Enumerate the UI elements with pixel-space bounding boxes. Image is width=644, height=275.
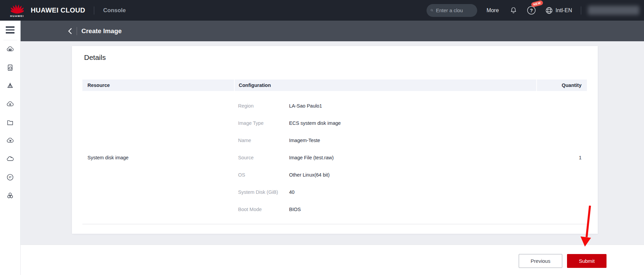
page-title: Create Image (81, 27, 122, 35)
pyramid-icon (6, 82, 14, 90)
sidebar-item-cloud-pointer[interactable] (6, 137, 14, 145)
brand-title: HUAWEI CLOUD (31, 6, 85, 14)
quantity-cell: 1 (536, 91, 587, 224)
config-row-os: OS Other Linux(64 bit) (238, 166, 536, 183)
config-value: ECS system disk image (289, 120, 341, 126)
details-table: Resource Configuration Quantity System d… (82, 79, 587, 224)
sidebar-item-eip[interactable]: IP (6, 173, 14, 181)
config-row-source: Source Image File (test.raw) (238, 149, 536, 166)
cloud-upload-icon (6, 100, 14, 108)
details-card: Details Resource Configuration Quantity … (72, 46, 598, 234)
table-header-row: Resource Configuration Quantity (82, 79, 587, 91)
config-row-region: Region LA-Sao Paulo1 (238, 97, 536, 114)
config-label: Boot Mode (238, 207, 289, 212)
svg-text:IP: IP (9, 176, 11, 179)
account-name-redacted[interactable] (588, 6, 639, 15)
cluster-icon (6, 191, 14, 200)
language-selector[interactable]: Intl-EN (545, 7, 572, 14)
table-row: System disk image Region LA-Sao Paulo1 I… (82, 91, 587, 224)
search-input[interactable] (436, 7, 473, 13)
new-badge: NEW (531, 0, 543, 7)
sidebar-divider (3, 40, 17, 40)
cloud-icon (6, 155, 14, 163)
search-icon (431, 7, 433, 13)
column-header-configuration: Configuration (235, 79, 536, 91)
disk-icon (6, 64, 14, 72)
left-sidebar: IP (0, 21, 21, 275)
help-button[interactable]: ? NEW (527, 6, 536, 15)
config-row-boot-mode: Boot Mode BIOS (238, 201, 536, 218)
more-menu[interactable]: More (487, 7, 499, 14)
svg-text:?: ? (530, 8, 533, 13)
config-value: Imagem-Teste (289, 138, 320, 143)
top-bar: HUAWEI HUAWEI CLOUD Console More ? NEW I… (0, 0, 644, 21)
notifications-button[interactable] (510, 6, 517, 14)
huawei-flower-icon (11, 3, 24, 14)
config-row-system-disk: System Disk (GiB) 40 (238, 183, 536, 201)
config-label: Region (238, 103, 289, 109)
sidebar-item-ecs[interactable] (6, 45, 14, 53)
config-value: Image File (test.raw) (289, 155, 334, 160)
sidebar-item-cloud[interactable] (6, 155, 14, 163)
section-title: Details (84, 53, 106, 62)
cloud-search-box[interactable] (427, 4, 477, 17)
column-header-resource: Resource (82, 79, 234, 91)
menu-icon[interactable] (6, 26, 15, 35)
action-footer: Previous Submit (21, 245, 644, 275)
topbar-divider (94, 6, 94, 15)
sidebar-item-obs-upload[interactable] (6, 100, 14, 108)
config-value: Other Linux(64 bit) (289, 172, 330, 178)
locale-label: Intl-EN (556, 7, 572, 14)
help-icon: ? (527, 6, 536, 15)
config-label: Image Type (238, 120, 289, 126)
config-value: 40 (289, 189, 294, 195)
topbar-divider (581, 6, 581, 15)
configuration-cell: Region LA-Sao Paulo1 Image Type ECS syst… (234, 91, 536, 224)
config-label: Name (238, 138, 289, 143)
back-button[interactable] (68, 28, 72, 35)
chevron-left-icon (68, 28, 72, 35)
config-label: OS (238, 172, 289, 178)
sidebar-item-folder[interactable] (6, 118, 14, 127)
page-header: Create Image (21, 21, 644, 41)
column-header-quantity: Quantity (537, 79, 587, 91)
cloud-pointer-icon (6, 137, 14, 145)
config-label: Source (238, 155, 289, 160)
console-link[interactable]: Console (103, 7, 126, 14)
cloud-server-icon (6, 45, 14, 53)
config-row-image-type: Image Type ECS system disk image (238, 114, 536, 132)
sidebar-item-evs[interactable] (6, 64, 14, 72)
huawei-logo-caption: HUAWEI (10, 15, 24, 18)
submit-button[interactable]: Submit (567, 254, 607, 268)
globe-icon (545, 7, 553, 14)
header-divider (77, 27, 77, 35)
ip-icon: IP (6, 173, 14, 181)
config-row-name: Name Imagem-Teste (238, 132, 536, 149)
bell-icon (510, 6, 517, 14)
huawei-logo[interactable]: HUAWEI (10, 3, 24, 18)
config-value: LA-Sao Paulo1 (289, 103, 322, 109)
folder-icon (6, 118, 14, 127)
sidebar-item-ims[interactable] (6, 82, 14, 90)
sidebar-item-cluster[interactable] (6, 191, 14, 200)
config-value: BIOS (289, 207, 301, 212)
previous-button[interactable]: Previous (519, 254, 562, 268)
config-label: System Disk (GiB) (238, 189, 289, 195)
resource-cell: System disk image (82, 91, 234, 224)
